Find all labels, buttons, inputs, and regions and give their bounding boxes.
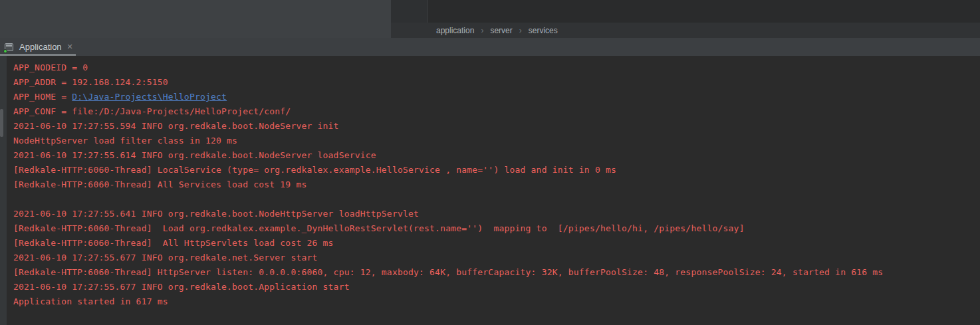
console-line: 2021-06-10 17:27:55.677 INFO org.redkale… xyxy=(13,280,980,294)
editor-area xyxy=(0,0,391,38)
console-panel: APP_NODEID = 0APP_ADDR = 192.168.124.2:5… xyxy=(0,56,980,325)
log-text: [Redkale-HTTP:6060-Thread] Load org.redk… xyxy=(13,223,745,233)
breadcrumb-item-services[interactable]: services xyxy=(529,26,558,35)
log-text: 2021-06-10 17:27:55.614 INFO org.redkale… xyxy=(13,150,376,160)
console-line: APP_ADDR = 192.168.124.2:5150 xyxy=(13,75,980,90)
file-path-link[interactable]: D:\Java-Projects\HelloProject xyxy=(72,92,227,102)
console-line: 2021-06-10 17:27:55.677 INFO org.redkale… xyxy=(13,251,980,265)
breadcrumb: application›server›services xyxy=(391,23,980,38)
log-text: 2021-06-10 17:27:55.641 INFO org.redkale… xyxy=(13,209,419,219)
console-line: [Redkale-HTTP:6060-Thread] Load org.redk… xyxy=(13,221,980,236)
console-gutter xyxy=(0,56,7,325)
scrollbar-thumb[interactable] xyxy=(0,109,3,137)
console-line: 2021-06-10 17:27:55.614 INFO org.redkale… xyxy=(13,148,980,163)
breadcrumb-separator-icon: › xyxy=(481,26,483,35)
editor-gutter-strip xyxy=(391,0,428,23)
breadcrumb-item-application[interactable]: application xyxy=(436,26,474,35)
log-text: [Redkale-HTTP:6060-Thread] HttpServer li… xyxy=(13,267,883,277)
log-text: APP_CONF = file:/D:/Java-Projects/HelloP… xyxy=(13,106,291,116)
console-titlebar-icon xyxy=(6,45,12,47)
breadcrumb-item-server[interactable]: server xyxy=(490,26,512,35)
log-text: [Redkale-HTTP:6060-Thread] All Services … xyxy=(13,179,306,189)
console-line: [Redkale-HTTP:6060-Thread] HttpServer li… xyxy=(13,265,980,280)
close-icon[interactable]: ✕ xyxy=(67,43,73,51)
log-text: APP_NODEID = 0 xyxy=(13,62,88,72)
tab-label: Application xyxy=(19,42,62,52)
log-text: [Redkale-HTTP:6060-Thread] All HttpServl… xyxy=(13,238,334,248)
running-indicator-dot xyxy=(3,49,7,53)
console-line: APP_CONF = file:/D:/Java-Projects/HelloP… xyxy=(13,104,980,119)
console-tab-bar: Application ✕ xyxy=(0,38,980,56)
log-text: Application started in 617 ms xyxy=(13,296,168,306)
console-line: APP_HOME = D:\Java-Projects\HelloProject xyxy=(13,90,980,104)
run-console-icon xyxy=(4,43,15,52)
log-text: APP_ADDR = 192.168.124.2:5150 xyxy=(13,77,168,87)
log-text: APP_HOME = xyxy=(13,92,72,102)
console-line: [Redkale-HTTP:6060-Thread] All Services … xyxy=(13,177,980,192)
console-line: Application started in 617 ms xyxy=(13,294,980,309)
breadcrumb-separator-icon: › xyxy=(519,26,522,35)
log-text: NodeHttpServer load filter class in 120 … xyxy=(13,136,237,146)
console-line: APP_NODEID = 0 xyxy=(13,60,980,75)
console-line: 2021-06-10 17:27:55.594 INFO org.redkale… xyxy=(13,119,980,134)
tab-application[interactable]: Application ✕ xyxy=(0,38,80,56)
console-line: NodeHttpServer load filter class in 120 … xyxy=(13,134,980,148)
console-line: [Redkale-HTTP:6060-Thread] LocalService … xyxy=(13,163,980,177)
log-text: 2021-06-10 17:27:55.677 INFO org.redkale… xyxy=(13,282,350,292)
console-line xyxy=(13,192,980,207)
log-text: 2021-06-10 17:27:55.677 INFO org.redkale… xyxy=(13,253,318,263)
log-text: [Redkale-HTTP:6060-Thread] LocalService … xyxy=(13,165,616,175)
console-line: 2021-06-10 17:27:55.641 INFO org.redkale… xyxy=(13,207,980,221)
editor-top-strip xyxy=(391,0,980,23)
console-line: [Redkale-HTTP:6060-Thread] All HttpServl… xyxy=(13,236,980,251)
console-output[interactable]: APP_NODEID = 0APP_ADDR = 192.168.124.2:5… xyxy=(7,56,980,325)
ide-window: application›server›services Application … xyxy=(0,0,980,325)
log-text: 2021-06-10 17:27:55.594 INFO org.redkale… xyxy=(13,121,339,131)
